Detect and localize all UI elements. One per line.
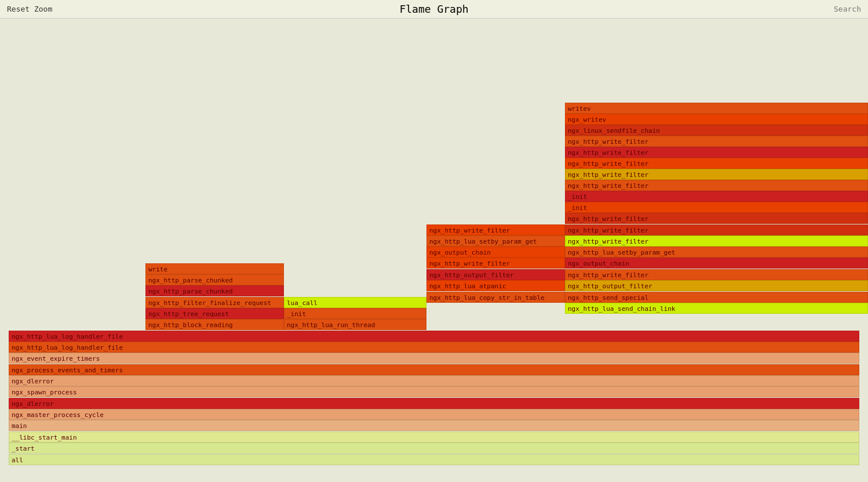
flame-bar-ngx_http_parse_chunked2[interactable]: ngx_http_parse_chunked (145, 285, 284, 296)
flame-bar-ngx_http_parse_chunked1[interactable]: ngx_http_parse_chunked (145, 274, 284, 285)
flame-graph: writevngx_writevngx_linux_sendfile_chain… (0, 19, 868, 477)
flame-bar-ngx_http_output_filter_right[interactable]: ngx_http_output_filter (565, 280, 868, 291)
flame-bar-all[interactable]: all (9, 454, 859, 465)
flame-bar-ngx_http_write_filter1[interactable]: ngx_http_write_filter (565, 136, 868, 147)
reset-zoom-button[interactable]: Reset Zoom (7, 5, 52, 13)
flame-bar-_start[interactable]: _start (9, 443, 859, 454)
flame-bar-ngx_http_tree_request[interactable]: ngx_http_tree_request (145, 308, 284, 319)
flame-bar-ngx_http_lua_send_chain_link[interactable]: ngx_http_lua_send_chain_link (565, 303, 868, 314)
flame-bar-ngx_http_write_filter_left2[interactable]: ngx_http_write_filter (426, 258, 565, 269)
header: Reset Zoom Flame Graph (0, 0, 868, 19)
flame-bar-ngx_http_filter_finalize_request[interactable]: ngx_http_filter_finalize_request (145, 297, 284, 308)
flame-bar-ngx_http_block_reading[interactable]: ngx_http_block_reading (145, 319, 284, 330)
flame-bar-lua_call[interactable]: lua_call (284, 297, 426, 308)
flame-bar-writev[interactable]: writev (565, 103, 868, 114)
flame-bar-_init2[interactable]: _init (565, 202, 868, 213)
flame-bar-write_bar[interactable]: write (145, 263, 284, 274)
flame-bar-ngx_http_write_filter5[interactable]: ngx_http_write_filter (565, 180, 868, 191)
flame-bar-ngx_linux_sendfile_chain[interactable]: ngx_linux_sendfile_chain (565, 125, 868, 136)
flame-bar-ngx_http_lua_log_handler_file2[interactable]: ngx_http_lua_log_handler_file (9, 342, 859, 353)
page-title: Flame Graph (399, 3, 468, 15)
flame-bar-_init1[interactable]: _init (565, 191, 868, 202)
search-input[interactable] (763, 5, 861, 13)
flame-bar-ngx_http_write_filter6[interactable]: ngx_http_write_filter (565, 213, 868, 224)
flame-bar-ngx_process_events_and_timers[interactable]: ngx_process_events_and_timers (9, 364, 859, 375)
flame-bar-ngx_http_send_special[interactable]: ngx_http_send_special (565, 292, 868, 303)
flame-bar-ngx_spawn_process[interactable]: ngx_spawn_process (9, 386, 859, 397)
flame-bar-ngx_output_chain_left[interactable]: ngx_output_chain (426, 247, 565, 258)
flame-bar-__libc_start_main[interactable]: __libc_start_main (9, 432, 859, 443)
flame-bar-main[interactable]: main (9, 420, 859, 431)
flame-bar-ngx_dlerror1[interactable]: ngx_dlerror (9, 375, 859, 386)
flame-bar-ngx_http_write_filter3[interactable]: ngx_http_write_filter (565, 158, 868, 169)
flame-bar-ngx_http_write_filter_right1[interactable]: ngx_http_write_filter (565, 224, 868, 235)
flame-bar-ngx_http_lua_atpanic_left[interactable]: ngx_http_lua_atpanic (426, 280, 565, 291)
flame-bar-ngx_dlerror2[interactable]: ngx_dlerror (9, 398, 859, 409)
flame-bar-ngx_http_write_filter_left1[interactable]: ngx_http_write_filter (426, 224, 565, 235)
flame-bar-ngx_http_lua_setby_param_get_left[interactable]: ngx_http_lua_setby_param_get (426, 235, 565, 247)
flame-bar-ngx_http_write_filter_right3[interactable]: ngx_http_write_filter (565, 269, 868, 280)
flame-bar-ngx_http_write_filter4[interactable]: ngx_http_write_filter (565, 169, 868, 180)
flame-bar-ngx_http_write_filter2[interactable]: ngx_http_write_filter (565, 147, 868, 158)
flame-bar-ngx_http_copy_str_in_table[interactable]: ngx_http_lua_copy_str_in_table (426, 292, 565, 303)
flame-bar-ngx_master_process_cycle[interactable]: ngx_master_process_cycle (9, 409, 859, 420)
flame-bar-ngx_http_write_filter_right2[interactable]: ngx_http_write_filter (565, 235, 868, 247)
flame-bar-ngx_http_lua_run_thread[interactable]: ngx_http_lua_run_thread (284, 319, 426, 330)
flame-bar-_init_mid[interactable]: _init (284, 308, 426, 319)
flame-bar-ngx_event_expire_timers[interactable]: ngx_event_expire_timers (9, 353, 859, 364)
flame-bar-ngx_http_lua_log_handler_file1[interactable]: ngx_http_lua_log_handler_file (9, 331, 859, 342)
flame-bar-ngx_writev[interactable]: ngx_writev (565, 114, 868, 125)
flame-bar-ngx_http_output_filter_left[interactable]: ngx_http_output_filter (426, 269, 565, 280)
flame-bar-ngx_output_chain_right[interactable]: ngx_output_chain (565, 258, 868, 269)
flame-bar-ngx_http_lua_setby_param_get_right[interactable]: ngx_http_lua_setby_param_get (565, 247, 868, 258)
